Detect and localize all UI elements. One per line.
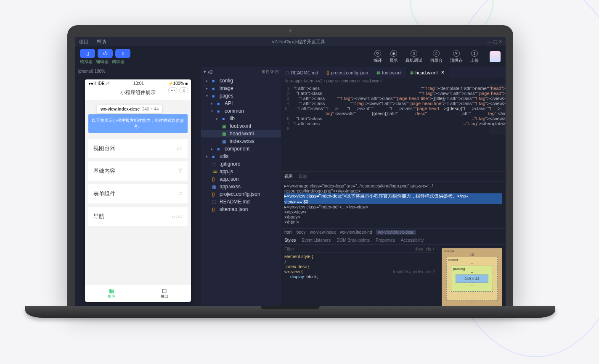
signal-label: ●●Ill IDE ⇌ <box>88 81 109 86</box>
menu-project[interactable]: 项目 <box>75 39 93 45</box>
box-model: margin10 border– padding– 240 × 44 – – – <box>438 245 506 306</box>
styles-panel[interactable]: Filter :hov .cls + element.style {}.inde… <box>281 245 438 306</box>
file-tree-item[interactable]: ▦ index.wxss <box>201 137 281 145</box>
clear-cache-button[interactable]: ✕清缓存 <box>450 50 463 63</box>
file-tree-item[interactable]: ▸ ■ utils <box>201 153 281 160</box>
file-tree-item[interactable]: ▾ ■ pages <box>201 92 281 100</box>
breadcrumb[interactable]: fino-applet-demo-v2pagescommonhead.wxml <box>281 78 506 84</box>
file-tree-item[interactable]: ▸ ■ lib <box>201 115 281 122</box>
file-tree-item[interactable]: {} project.config.json <box>201 190 281 198</box>
page-title: 小程序组件展示 <box>120 90 156 95</box>
mode-debugger-button[interactable]: ⫴ <box>115 49 130 58</box>
elements-bc-item[interactable]: body <box>297 230 306 235</box>
file-tree-item[interactable]: {} sitemap.json <box>201 206 281 213</box>
file-tree-item[interactable]: {} app.json <box>201 175 281 183</box>
devtools-panel-tab[interactable]: Properties <box>376 238 395 243</box>
tab-overflow[interactable]: ⋯ <box>494 70 506 75</box>
devtools-panel-tab[interactable]: Styles <box>284 238 296 243</box>
code-editor[interactable]: 1"t-attr">class="t-tag"><template "t-att… <box>281 84 506 171</box>
explorer-actions[interactable]: ⊞ ⊡ ⟳ ⊟ <box>262 69 278 74</box>
file-tree-item[interactable]: ⬚ README.md <box>201 198 281 206</box>
elements-breadcrumb[interactable]: htmlbodywx-view.indexwx-view.index-hdwx-… <box>281 229 506 236</box>
editor-tabs: ⬚README.md {}project.config.json ▦foot.w… <box>281 67 506 78</box>
elements-bc-item[interactable]: html <box>284 230 292 235</box>
editor-tab[interactable]: ▦head.wxml✕ <box>406 67 449 78</box>
time-label: 10:01 <box>133 81 144 86</box>
avatar[interactable] <box>490 51 501 62</box>
devtools: 视图 日志 ▸<wx-image class="index-logo" src=… <box>281 171 506 306</box>
file-tree-item[interactable]: ▦ app.wxss <box>201 183 281 190</box>
device-label[interactable]: iphone6 100% <box>75 67 201 75</box>
window-title: v2-FinClip小程序开发工具 <box>110 39 487 45</box>
editor-tab[interactable]: {}project.config.json <box>322 68 372 78</box>
camera-dot <box>289 29 292 32</box>
sim-menu-item[interactable]: 表单组件≡ <box>88 184 188 203</box>
file-explorer: ▾v2 ⊞ ⊡ ⟳ ⊟ ▸ ■ config ▸ ■ image ▾ ■ pag… <box>201 67 281 306</box>
highlighted-element[interactable]: 以下将展示小程序官方组件能力，组件样式仅供参考。 <box>88 114 188 133</box>
upload-button[interactable]: ↥上传 <box>470 50 479 63</box>
elements-bc-item[interactable]: wx-view.index-desc <box>376 230 416 235</box>
simulator-panel: iphone6 100% ●●Ill IDE ⇌ 10:01 ⚡100% ■ 小… <box>75 67 201 306</box>
tab-api[interactable]: ◻接口 <box>138 285 191 302</box>
file-tree-item[interactable]: ▸ ■ component <box>201 145 281 153</box>
remote-debug-button[interactable]: ▯真机调试 <box>406 50 422 63</box>
tab-component[interactable]: ▦组件 <box>85 285 138 302</box>
styles-filter-actions[interactable]: :hov .cls + <box>415 246 435 251</box>
file-tree-item[interactable]: ▸ ■ image <box>201 84 281 92</box>
minimap[interactable] <box>489 84 506 135</box>
mode-simulator-button[interactable]: ▯ <box>80 49 95 58</box>
file-tree-item[interactable]: ▾ ■ common <box>201 107 281 115</box>
editor-tab[interactable]: ▦foot.wxml <box>372 68 406 78</box>
phone-frame: ●●Ill IDE ⇌ 10:01 ⚡100% ■ 小程序组件展示 ••• ⊙ <box>85 79 191 302</box>
editor-tab[interactable]: ⬚README.md <box>281 68 322 78</box>
mode-debugger-label: 调试器 <box>112 59 125 65</box>
mode-editor-label: 编辑器 <box>96 59 109 65</box>
file-tree-item[interactable]: ▸ ■ API <box>201 100 281 107</box>
capsule-more-button[interactable]: ••• <box>168 87 178 93</box>
workspace: iphone6 100% ●●Ill IDE ⇌ 10:01 ⚡100% ■ 小… <box>75 67 506 306</box>
background-button[interactable]: ▯切后台 <box>430 50 443 63</box>
file-tree-item[interactable]: ▸ ■ config <box>201 77 281 84</box>
devtools-tab-console[interactable]: 日志 <box>299 174 307 179</box>
mode-editor-button[interactable]: ‹/› <box>98 49 113 58</box>
compile-button[interactable]: ⟳编译 <box>374 50 382 63</box>
mode-simulator-label: 模拟器 <box>80 59 93 65</box>
sim-menu-item[interactable]: 视图容器▭ <box>88 139 188 158</box>
devtools-tab-elements[interactable]: 视图 <box>284 174 293 179</box>
laptop-mockup: 项目 帮助 v2-FinClip小程序开发工具 — ▢ ✕ ▯ ‹/› ⫴ 模拟… <box>67 25 513 318</box>
file-tree-item[interactable]: ▦ head.wxml <box>201 130 281 137</box>
editor-area: ⬚README.md {}project.config.json ▦foot.w… <box>281 67 506 306</box>
toolbar: ▯ ‹/› ⫴ 模拟器 编辑器 调试器 ⟳编译 ◉预览 ▯真机调试 ▯切后台 <box>75 46 506 67</box>
sim-menu-item[interactable]: 导航○○○ <box>88 207 188 226</box>
ide-screen: 项目 帮助 v2-FinClip小程序开发工具 — ▢ ✕ ▯ ‹/› ⫴ 模拟… <box>75 37 506 306</box>
elements-tree[interactable]: ▸<wx-image class="index-logo" src="../re… <box>281 182 506 229</box>
file-tree-item[interactable]: ▦ foot.wxml <box>201 122 281 130</box>
sim-menu-item[interactable]: 基础内容𝕋 <box>88 161 188 181</box>
titlebar: 项目 帮助 v2-FinClip小程序开发工具 — ▢ ✕ <box>75 37 506 46</box>
elements-bc-item[interactable]: wx-view.index-hd <box>340 230 372 235</box>
menu-help[interactable]: 帮助 <box>93 39 110 45</box>
file-tree-item[interactable]: JS app.js <box>201 168 281 175</box>
preview-button[interactable]: ◉预览 <box>390 50 398 63</box>
file-tree-item[interactable]: ⬚ .gitignore <box>201 160 281 168</box>
battery-label: ⚡100% ■ <box>168 81 188 86</box>
project-root[interactable]: v2 <box>208 69 213 74</box>
devtools-panel-tab[interactable]: Event Listeners <box>302 238 331 243</box>
styles-filter[interactable]: Filter <box>284 246 294 251</box>
inspect-tooltip: wx-view.index-desc 240 × 44 <box>97 105 162 113</box>
devtools-panel-tab[interactable]: DOM Breakpoints <box>337 238 370 243</box>
window-controls[interactable]: — ▢ ✕ <box>487 39 506 45</box>
devtools-panel-tab[interactable]: Accessibility <box>401 238 424 243</box>
elements-bc-item[interactable]: wx-view.index <box>310 230 336 235</box>
capsule-close-button[interactable]: ⊙ <box>179 87 188 93</box>
